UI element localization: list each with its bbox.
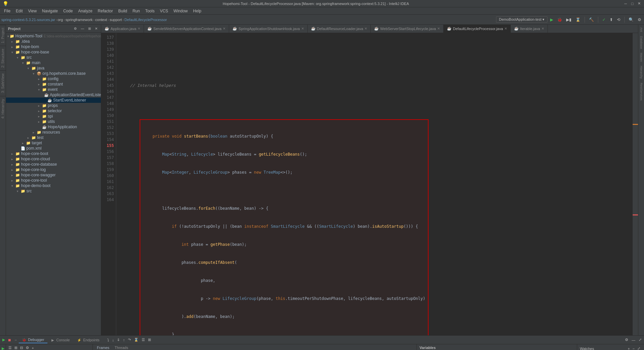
tab-close-app[interactable]: ✕ [138, 27, 140, 30]
settings-button[interactable]: ⚙ [636, 17, 643, 23]
tab-default-lifecycle[interactable]: ☕ DefaultLifecycleProcessor.java ✕ [444, 25, 511, 33]
menu-file[interactable]: File [1, 8, 13, 14]
right-panel-maven[interactable]: Maven [639, 51, 644, 63]
right-panel-rest[interactable]: RestServices [639, 81, 644, 102]
tree-item-spi[interactable]: ▸ 📁 spi [6, 114, 101, 119]
tree-item-constant[interactable]: ▸ 📁 constant [6, 81, 101, 87]
tab-resource-loader[interactable]: ☕ DefaultResourceLoader.java ✕ [308, 25, 371, 33]
coverage-button[interactable]: ▶▮ [565, 17, 573, 23]
tab-close-shutdown[interactable]: ✕ [301, 27, 304, 30]
panel-tab-safeview[interactable]: 3: SafeView [0, 70, 6, 96]
step-into-btn[interactable]: ↓ [111, 337, 115, 343]
menu-navigate[interactable]: Navigate [39, 8, 60, 14]
tab-webserver-lifecycle[interactable]: ☕ WebServerStartStopLifecycle.java ✕ [371, 25, 444, 33]
panel-settings-btn[interactable]: ⚙ [624, 337, 629, 343]
tree-item-hope-core-tool[interactable]: ▸ 📁 hope-core-tool [6, 178, 101, 183]
tab-endpoints[interactable]: ⚡ Endpoints [74, 337, 103, 343]
tab-servlet-web[interactable]: ☕ ServletWebServerApplicationContext.jav… [144, 25, 229, 33]
menu-edit[interactable]: Edit [13, 8, 25, 14]
tree-item-hope-core-base[interactable]: ▾ 📁 hope-core-base [6, 49, 101, 55]
project-gear[interactable]: ⚙ [72, 26, 78, 31]
watches-expand-btn[interactable]: ⤢ [636, 346, 641, 350]
svc-add-btn[interactable]: + [31, 345, 35, 350]
project-collapse[interactable]: — [79, 26, 86, 31]
tab-close-servlet[interactable]: ✕ [223, 27, 225, 30]
menu-refactor[interactable]: Refactor [95, 8, 116, 14]
vcs-rollback[interactable]: ⟲ [616, 17, 622, 23]
tree-item-hope-core-database[interactable]: ▸ 📁 hope-core-database [6, 162, 101, 167]
menu-vcs[interactable]: VCS [157, 8, 171, 14]
tree-item-hope-core-log[interactable]: ▸ 📁 hope-core-log [6, 167, 101, 172]
menu-build[interactable]: Build [116, 8, 130, 14]
tree-item-pom[interactable]: 📄 pom.xml [6, 146, 101, 151]
menu-help[interactable]: Help [190, 8, 204, 14]
code-content[interactable]: // Internal helpers private void startBe… [116, 33, 633, 335]
tree-item-hope-core-swagger[interactable]: ▸ 📁 hope-core-swagger [6, 172, 101, 178]
tree-item-java[interactable]: ▾ 📁 java [6, 65, 101, 71]
tree-item-app-listener[interactable]: ☕ ApplicationStartedEventListener [6, 92, 101, 98]
tree-item-main[interactable]: ▾ 📁 main [6, 60, 101, 65]
menu-view[interactable]: View [25, 8, 39, 14]
tree-item-hope-core-cloud[interactable]: ▸ 📁 hope-core-cloud [6, 156, 101, 162]
tree-item-props[interactable]: ▸ 📁 props [6, 103, 101, 108]
run-button[interactable]: ▶ [549, 17, 554, 23]
build-button[interactable]: 🔨 [588, 17, 595, 23]
debug-stop-button[interactable]: ⏹ [7, 337, 12, 343]
debug-button[interactable]: 🐞 [556, 17, 564, 23]
project-close[interactable]: ✕ [94, 26, 99, 31]
force-step-into-btn[interactable]: ⇓ [116, 337, 121, 343]
evaluate-btn[interactable]: ⌛ [133, 337, 140, 343]
panel-tab-structure[interactable]: 2: Structure [0, 46, 6, 70]
minimize-button[interactable]: ─ [623, 1, 628, 6]
svc-filter[interactable]: ⊟ [19, 345, 24, 350]
close-button[interactable]: ✕ [637, 1, 641, 6]
vcs-commit[interactable]: ⬆ [608, 17, 614, 23]
maximize-button[interactable]: □ [630, 1, 635, 6]
tab-console[interactable]: ▶ Console [48, 337, 73, 343]
tree-item-org-hopehomi[interactable]: ▾ 📦 org.hopehomi.core.base [6, 71, 101, 76]
menu-window[interactable]: Window [171, 8, 190, 14]
svc-list-view[interactable]: ☰ [7, 345, 13, 350]
project-expand[interactable]: ⊞ [87, 26, 92, 31]
step-over-btn[interactable]: ⤵ [106, 337, 110, 343]
title-controls[interactable]: ─ □ ✕ [623, 1, 641, 6]
tree-item-hope-core-boot[interactable]: ▸ 📁 hope-core-boot [6, 151, 101, 156]
menu-analyze[interactable]: Analyze [75, 8, 95, 14]
run-config-selector[interactable]: DemoBootApplication-test ▾ [496, 16, 547, 23]
settings-debug-btn[interactable]: ☰ [141, 337, 146, 343]
panel-tab-project[interactable]: 1: Project [0, 25, 6, 46]
tab-shutdown-hook[interactable]: ☕ SpringApplicationShutdownHook.java ✕ [229, 25, 307, 33]
tree-item-utils[interactable]: ▸ 📁 utils [6, 119, 101, 124]
tree-item-resources[interactable]: ▸ 📁 resources [6, 130, 101, 135]
panel-restore-btn[interactable]: ⤢ [638, 337, 643, 343]
vcs-update[interactable]: ✓ [601, 17, 607, 23]
tab-close-iterable[interactable]: ✕ [541, 27, 544, 30]
tab-close-default-lifecycle[interactable]: ✕ [504, 27, 507, 30]
tree-item-src2[interactable]: ▾ 📁 src [6, 188, 101, 194]
debug-resume-side[interactable]: ▶ [1, 346, 5, 350]
tab-iterable[interactable]: ☕ Iterable.java ✕ [511, 25, 548, 33]
tree-item-target[interactable]: ▸ 📁 target [6, 140, 101, 146]
search-everywhere[interactable]: 🔍 [627, 17, 635, 23]
tree-item-src[interactable]: ▾ 📁 src [6, 55, 101, 60]
menu-run[interactable]: Run [130, 8, 143, 14]
tree-item-hope-bom[interactable]: ▸ 📁 hope-bom [6, 44, 101, 49]
tree-item-selector[interactable]: ▸ 📁 selector [6, 108, 101, 114]
panel-minimize-btn[interactable]: — [631, 337, 636, 343]
tree-item-config[interactable]: ▸ 📁 config [6, 76, 101, 81]
tab-close-webserver[interactable]: ✕ [437, 27, 440, 30]
tree-item-hope-demo-boot[interactable]: ▾ 📁 hope-demo-boot [6, 183, 101, 188]
panel-tab-hierarchy[interactable]: 4: Hierarchy [0, 96, 6, 121]
right-panel-database[interactable]: Database [639, 35, 644, 50]
tab-debugger[interactable]: 🐞 Debugger [19, 337, 47, 343]
profiler-button[interactable]: ⌛ [574, 17, 582, 23]
tree-item-event[interactable]: ▾ 📁 event [6, 87, 101, 92]
debug-tab-threads[interactable]: Threads [113, 345, 129, 350]
right-panel-ant[interactable]: Ant [639, 26, 644, 33]
tree-item-test[interactable]: ▸ 📁 test [6, 135, 101, 140]
tree-item-hopehomi[interactable]: ▾ 📁 Hopehomi-Tool E:\idea-workspace\hope… [6, 33, 101, 39]
run-to-cursor-btn[interactable]: ↷ [127, 337, 132, 343]
debug-resume-button[interactable]: ▶ [1, 337, 6, 343]
watches-add-btn[interactable]: + [627, 346, 631, 350]
watches-remove-btn[interactable]: − [632, 346, 636, 350]
